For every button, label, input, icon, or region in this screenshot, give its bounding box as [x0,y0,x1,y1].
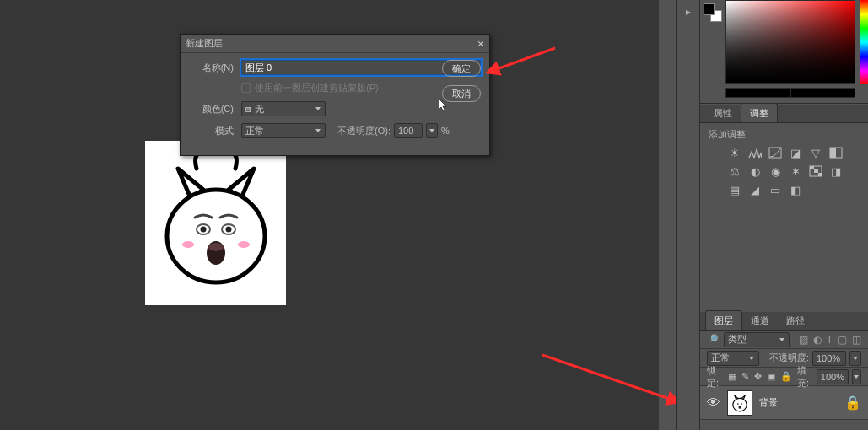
selective-color-icon[interactable]: ◧ [788,183,803,196]
layers-filter-bar: 🔎 类型 ▧ ◐ T ▢ ◫ [700,331,868,349]
svg-point-20 [741,403,742,405]
meme-image [153,152,279,295]
svg-rect-17 [818,173,822,176]
layer-opacity-label: 不透明度: [769,352,809,364]
visibility-eye-icon[interactable]: 👁 [707,395,720,411]
svg-point-19 [737,403,739,405]
gradient-map-icon[interactable]: ▭ [768,183,783,196]
color-bar-a[interactable] [725,88,790,98]
no-color-icon: ⊠ [245,104,251,115]
filter-type-icon[interactable]: T [827,334,833,346]
cancel-button[interactable]: 取消 [442,85,481,102]
mode-select-value: 正常 [245,125,264,137]
svg-point-18 [733,398,747,411]
svg-point-21 [739,406,741,409]
color-lookup-icon[interactable] [808,164,823,178]
fg-bg-swatches[interactable] [704,3,722,22]
adjustment-icon-grid: ☀ ◪ ▽ ⚖ ◐ ◉ ✶ ◨ ▤ ◢ ▭ ◧ [709,146,860,196]
brightness-icon[interactable]: ☀ [727,146,742,159]
fill-dropdown[interactable] [852,369,861,384]
filter-adjust-icon[interactable]: ◐ [813,334,822,346]
layer-row-background[interactable]: 👁 背景 🔒 [700,386,868,420]
panel-collapse-strip: ▸ [677,0,700,430]
filter-smart-icon[interactable]: ◫ [852,334,861,346]
vibrance-icon[interactable]: ▽ [808,146,823,159]
color-select[interactable]: ⊠ 无 [241,101,326,116]
channel-mixer-icon[interactable]: ✶ [788,164,803,178]
lock-all-icon[interactable]: 🔒 [780,371,792,382]
curves-icon[interactable] [768,146,783,159]
dialog-titlebar[interactable]: 新建图层 × [181,35,489,53]
exposure-icon[interactable]: ◪ [788,146,803,159]
opacity-label: 不透明度(O): [337,125,391,137]
mode-label: 模式: [189,125,236,137]
layers-panel: 图层 通道 路径 🔎 类型 ▧ ◐ T ▢ ◫ 正常 不透明度: [700,312,868,430]
layer-thumbnail[interactable] [727,390,752,416]
opacity-dropdown[interactable] [426,123,438,138]
filter-shape-icon[interactable]: ▢ [838,334,847,346]
right-sidebar: ▸ 属性 调整 添加调整 ☀ [676,0,868,430]
tab-layers[interactable]: 图层 [705,310,742,330]
filter-pixel-icon[interactable]: ▧ [799,334,808,346]
lock-paint-icon[interactable]: ✎ [741,371,749,382]
color-bar-b[interactable] [790,88,855,98]
dialog-title: 新建图层 [186,37,223,50]
lock-label: 锁定: [707,364,723,390]
tab-paths[interactable]: 路径 [778,311,813,330]
opacity-unit: % [441,126,450,136]
lock-pos-icon[interactable]: ✥ [754,371,762,382]
color-field[interactable] [725,0,855,84]
tab-properties[interactable]: 属性 [705,104,741,122]
levels-icon[interactable] [747,146,763,159]
svg-point-4 [225,226,231,232]
new-layer-dialog: 新建图层 × 确定 取消 名称(N): 使用前一图层创建剪贴蒙版(P) 颜色(C… [180,34,490,156]
color-select-value: 无 [255,103,264,116]
adjustments-panel: 添加调整 ☀ ◪ ▽ ⚖ ◐ ◉ ✶ ◨ ▤ ◢ ▭ [700,123,868,203]
tab-adjustments[interactable]: 调整 [741,103,778,122]
chevron-down-icon [853,357,858,360]
posterize-icon[interactable]: ▤ [727,183,742,196]
close-icon[interactable]: × [477,38,484,50]
hue-icon[interactable] [828,146,844,159]
invert-icon[interactable]: ◨ [828,164,844,178]
chevron-down-icon [854,375,859,379]
fill-label: 填充: [797,364,813,390]
svg-point-0 [167,190,265,282]
color-balance-icon[interactable]: ⚖ [727,164,742,178]
layers-lock-row: 锁定: ▦ ✎ ✥ ▣ 🔒 填充: 100% [700,368,868,386]
svg-rect-11 [769,148,781,158]
blend-mode-select[interactable]: 正常 [241,123,326,138]
color-label: 颜色(C): [189,103,236,116]
lock-icon[interactable]: 🔒 [844,395,861,411]
svg-rect-15 [810,166,814,169]
svg-point-5 [182,241,194,248]
svg-point-8 [208,243,224,251]
fg-color-swatch[interactable] [704,3,715,15]
canvas-document[interactable] [145,141,286,305]
bw-icon[interactable]: ◐ [747,164,763,178]
svg-rect-16 [814,169,818,173]
svg-rect-13 [830,148,836,158]
layer-name-label: 背景 [759,396,778,409]
properties-tabbar: 属性 调整 [700,105,868,123]
tab-channels[interactable]: 通道 [742,311,778,330]
name-label: 名称(N): [189,62,236,74]
layers-tabbar: 图层 通道 路径 [700,312,868,331]
layer-blend-select[interactable]: 正常 [707,351,759,366]
hue-slider[interactable] [860,0,868,84]
clip-mask-label: 使用前一图层创建剪贴蒙版(P) [255,82,379,94]
lock-trans-icon[interactable]: ▦ [728,371,736,382]
threshold-icon[interactable]: ◢ [747,183,763,196]
clip-mask-checkbox [241,83,251,93]
chevron-down-icon [429,129,434,132]
opacity-input[interactable]: 100 [394,123,423,138]
collapse-icon[interactable]: ▸ [680,3,697,20]
filter-kind-select[interactable]: 类型 [724,332,790,347]
ok-button[interactable]: 确定 [442,60,481,77]
svg-point-6 [238,241,250,248]
svg-point-3 [200,226,206,232]
fill-input[interactable]: 100% [817,369,849,384]
photo-filter-icon[interactable]: ◉ [768,164,783,178]
add-adjustment-label: 添加调整 [709,128,860,141]
lock-nest-icon[interactable]: ▣ [767,371,775,382]
